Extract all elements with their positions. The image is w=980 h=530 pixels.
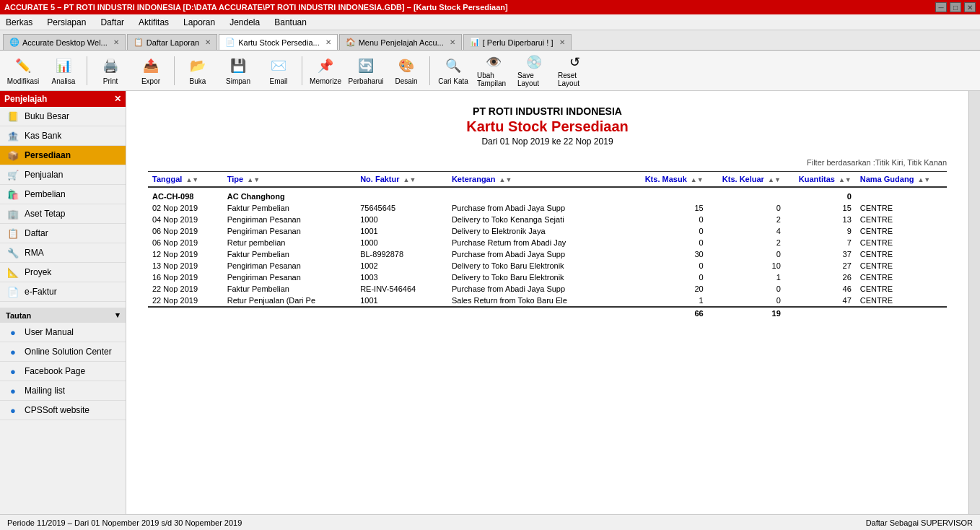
persediaan-icon: 📦	[6, 149, 20, 161]
sidebar-item-daftar[interactable]: 📋 Daftar	[0, 224, 126, 243]
cell-keluar: 0	[708, 202, 785, 214]
cell-faktur: BL-8992878	[356, 248, 447, 260]
tanggal-sort-icon[interactable]: ▲▼	[185, 176, 198, 183]
tab-web-close[interactable]: ✕	[113, 38, 119, 46]
col-header-keterangan[interactable]: Keterangan ▲▼	[447, 172, 631, 188]
faktur-sort-icon[interactable]: ▲▼	[403, 176, 416, 183]
sidebar-item-user-manual[interactable]: ● User Manual	[0, 323, 126, 342]
cell-tanggal: 13 Nop 2019	[148, 260, 223, 271]
btn-memorize[interactable]: 📌 Memorize	[307, 53, 344, 88]
cell-kuantitas: 27	[785, 260, 856, 271]
tab-perlu[interactable]: 📊 [ Perlu Diperbarui ! ] ✕	[463, 34, 572, 50]
col-header-keluar[interactable]: Kts. Keluar ▲▼	[708, 172, 785, 188]
col-header-tanggal[interactable]: Tanggal ▲▼	[148, 172, 223, 188]
btn-expor[interactable]: 📤 Expor	[132, 53, 170, 88]
tab-kartu[interactable]: 📄 Kartu Stock Persedia... ✕	[219, 34, 338, 50]
cell-keterangan: Delivery to Toko Baru Elektronik	[447, 271, 631, 283]
btn-analisa[interactable]: 📊 Analisa	[45, 53, 82, 88]
cell-masuk: 1	[630, 295, 707, 307]
btn-simpan-label: Simpan	[226, 77, 250, 85]
cell-faktur: 1000	[356, 214, 447, 225]
menu-aktifitas[interactable]: Aktifitas	[136, 17, 172, 28]
tab-menu[interactable]: 🏠 Menu Penjelajah Accu... ✕	[339, 34, 462, 50]
sidebar-item-aset-tetap[interactable]: 🏢 Aset Tetap	[0, 204, 126, 224]
keterangan-sort-icon[interactable]: ▲▼	[499, 176, 512, 183]
menu-persiapan[interactable]: Persiapan	[44, 17, 89, 28]
toolbar-sep-4	[429, 56, 430, 85]
menu-laporan[interactable]: Laporan	[180, 17, 218, 28]
btn-desain[interactable]: 🎨 Desain	[388, 53, 425, 88]
sidebar-item-facebook[interactable]: ● Facebook Page	[0, 362, 126, 381]
sidebar-item-rma[interactable]: 🔧 RMA	[0, 243, 126, 263]
col-header-faktur[interactable]: No. Faktur ▲▼	[356, 172, 447, 188]
col-header-tipe[interactable]: Tipe ▲▼	[223, 172, 356, 188]
sidebar-item-e-faktur[interactable]: 📄 e-Faktur	[0, 282, 126, 302]
tab-daftar-icon: 📋	[134, 38, 144, 47]
restore-button[interactable]: □	[950, 2, 961, 12]
cell-faktur: 1000	[356, 237, 447, 248]
col-header-kuantitas[interactable]: Kuantitas ▲▼	[785, 172, 856, 188]
sidebar-item-online-solution[interactable]: ● Online Solution Center	[0, 342, 126, 362]
tautan-section[interactable]: Tautan ▾	[0, 308, 126, 323]
btn-modifikasi[interactable]: ✏️ Modifikasi	[4, 53, 42, 88]
sidebar-item-persediaan[interactable]: 📦 Persediaan	[0, 146, 126, 165]
menu-berkas[interactable]: Berkas	[3, 17, 35, 28]
tab-web[interactable]: 🌐 Accurate Desktop Wel... ✕	[3, 34, 126, 50]
cell-tipe: Retur pembelian	[223, 237, 356, 248]
tab-menu-close[interactable]: ✕	[450, 38, 455, 46]
btn-buka-label: Buka	[190, 77, 206, 85]
sidebar-item-mailing-list[interactable]: ● Mailing list	[0, 381, 126, 401]
close-button[interactable]: ✕	[964, 2, 976, 12]
tab-daftar-label: Daftar Laporan	[146, 38, 199, 47]
tab-kartu-close[interactable]: ✕	[325, 38, 331, 46]
menu-daftar[interactable]: Daftar	[97, 17, 127, 28]
btn-ubahtampilan[interactable]: 👁️ Ubah Tampilan	[475, 53, 512, 88]
table-row: 22 Nop 2019 Faktur Pembelian RE-INV-5464…	[148, 283, 947, 295]
sidebar-close-button[interactable]: ✕	[114, 94, 121, 104]
btn-perbaharui[interactable]: 🔄 Perbaharui	[347, 53, 385, 88]
tab-daftar-close[interactable]: ✕	[205, 38, 211, 46]
btn-savelayout[interactable]: 💿 Save Layout	[515, 53, 553, 88]
sidebar-item-pembelian[interactable]: 🛍️ Pembelian	[0, 185, 126, 204]
keluar-sort-icon[interactable]: ▲▼	[768, 176, 781, 183]
gudang-sort-icon[interactable]: ▲▼	[917, 176, 930, 183]
sidebar-item-kas-bank[interactable]: 🏦 Kas Bank	[0, 126, 126, 146]
cell-keterangan: Purchase Return from Abadi Jay	[447, 237, 631, 248]
sidebar-item-penjualan[interactable]: 🛒 Penjualan	[0, 165, 126, 185]
btn-resetlayout-label: Reset Layout	[558, 71, 591, 87]
btn-savelayout-label: Save Layout	[517, 71, 551, 87]
btn-email[interactable]: ✉️ Email	[260, 53, 297, 88]
btn-buka[interactable]: 📂 Buka	[179, 53, 216, 88]
btn-carikata[interactable]: 🔍 Cari Kata	[434, 53, 472, 88]
tab-daftar[interactable]: 📋 Daftar Laporan ✕	[127, 34, 217, 50]
total-gudang	[856, 307, 947, 319]
col-header-gudang[interactable]: Nama Gudang ▲▼	[856, 172, 947, 188]
masuk-sort-icon[interactable]: ▲▼	[691, 176, 704, 183]
cell-gudang: CENTRE	[856, 295, 947, 307]
col-header-masuk[interactable]: Kts. Masuk ▲▼	[630, 172, 707, 188]
btn-resetlayout[interactable]: ↺ Reset Layout	[556, 53, 593, 88]
status-period: Periode 11/2019 – Dari 01 Nopember 2019 …	[7, 518, 242, 527]
online-solution-icon: ●	[6, 346, 20, 357]
tab-menu-label: Menu Penjelajah Accu...	[359, 38, 444, 47]
btn-simpan[interactable]: 💾 Simpan	[219, 53, 257, 88]
table-row: 12 Nop 2019 Faktur Pembelian BL-8992878 …	[148, 248, 947, 260]
sidebar-item-cpssoft[interactable]: ● CPSSoft website	[0, 401, 126, 420]
sidebar-item-buku-besar[interactable]: 📒 Buku Besar	[0, 107, 126, 126]
e-faktur-icon: 📄	[6, 286, 20, 297]
toolbar-sep-1	[87, 56, 87, 85]
btn-print[interactable]: 🖨️ Print	[92, 53, 129, 88]
tipe-sort-icon[interactable]: ▲▼	[247, 176, 260, 183]
menu-bantuan[interactable]: Bantuan	[271, 17, 310, 28]
cell-tipe: Pengiriman Pesanan	[223, 225, 356, 237]
content-area[interactable]: PT ROTI INDUSTRI INDONESIA Kartu Stock P…	[126, 91, 968, 514]
minimize-button[interactable]: ─	[935, 2, 947, 12]
menu-jendela[interactable]: Jendela	[227, 17, 263, 28]
sidebar-item-proyek[interactable]: 📐 Proyek	[0, 263, 126, 282]
buka-icon: 📂	[188, 56, 208, 76]
tab-perlu-close[interactable]: ✕	[559, 38, 565, 46]
btn-modifikasi-label: Modifikasi	[7, 77, 39, 85]
kuantitas-sort-icon[interactable]: ▲▼	[839, 176, 852, 183]
sidebar-item-kas-bank-label: Kas Bank	[25, 131, 61, 141]
right-scrollbar[interactable]	[968, 91, 980, 514]
